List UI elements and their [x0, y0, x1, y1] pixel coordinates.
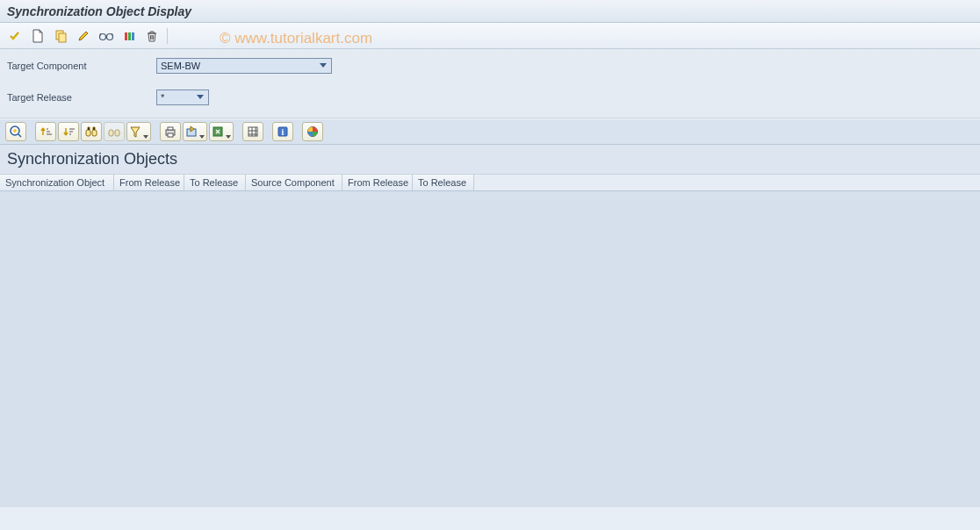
find-next-button[interactable] [104, 122, 125, 141]
grid-header: Synchronization Object From Release To R… [0, 175, 980, 191]
target-release-row: Target Release * [7, 90, 973, 105]
svg-rect-10 [92, 130, 97, 136]
app-toolbar [0, 23, 980, 49]
column-header[interactable]: To Release [184, 175, 246, 190]
document-icon [32, 29, 44, 43]
check-button[interactable] [5, 26, 25, 46]
copy-icon [54, 29, 68, 43]
svg-rect-11 [109, 130, 113, 136]
activate-icon [123, 30, 135, 42]
column-header[interactable]: Source Component [246, 175, 342, 190]
details-icon [9, 125, 23, 139]
column-header[interactable]: From Release [114, 175, 184, 190]
spreadsheet-button[interactable] [209, 122, 234, 141]
dropdown-arrow-icon [226, 135, 231, 139]
column-header[interactable]: To Release [413, 175, 474, 190]
column-header[interactable]: From Release [342, 175, 413, 190]
page-title: Synchronization Object Display [7, 4, 191, 18]
sort-desc-icon [62, 125, 75, 138]
chart-icon [306, 125, 319, 138]
check-icon [8, 29, 22, 43]
toolbar-separator [167, 28, 168, 44]
svg-rect-15 [168, 133, 173, 137]
sort-desc-button[interactable] [58, 122, 79, 141]
binoculars-plus-icon [108, 125, 120, 138]
delete-button[interactable] [142, 26, 162, 46]
title-bar: Synchronization Object Display [0, 0, 980, 23]
sort-asc-button[interactable] [35, 122, 56, 141]
filter-button[interactable] [126, 122, 151, 141]
info-button[interactable]: i [272, 122, 293, 141]
chevron-down-icon [317, 60, 329, 72]
export-icon [185, 125, 198, 138]
target-release-value: * [161, 92, 194, 103]
create-button[interactable] [28, 26, 47, 46]
print-button[interactable] [160, 122, 181, 141]
svg-point-8 [13, 129, 17, 132]
sort-asc-icon [40, 125, 52, 138]
export-button[interactable] [183, 122, 207, 141]
column-header[interactable]: Synchronization Object [0, 175, 114, 190]
info-icon: i [277, 125, 289, 138]
target-release-label: Target Release [7, 92, 156, 103]
target-component-row: Target Component SEM-BW [7, 58, 973, 74]
chart-button[interactable] [302, 122, 323, 141]
edit-button[interactable] [74, 26, 93, 46]
find-button[interactable] [81, 122, 102, 141]
print-icon [164, 125, 177, 138]
svg-rect-6 [132, 32, 134, 40]
display-button[interactable] [97, 26, 116, 46]
section-title: Synchronization Objects [0, 145, 980, 175]
trash-icon [146, 30, 158, 42]
target-component-dropdown[interactable]: SEM-BW [156, 58, 332, 74]
svg-rect-9 [86, 130, 90, 136]
svg-rect-14 [168, 127, 173, 130]
pencil-icon [77, 30, 90, 42]
selection-form: Target Component SEM-BW Target Release * [0, 49, 980, 118]
excel-icon [212, 125, 224, 138]
grid-body [0, 191, 980, 507]
glasses-icon [98, 31, 114, 41]
svg-text:i: i [282, 127, 285, 137]
svg-rect-1 [59, 33, 66, 42]
binoculars-icon [85, 125, 97, 138]
grid-icon [247, 125, 259, 138]
grid-toolbar: i [0, 118, 980, 145]
chevron-down-icon [194, 91, 206, 104]
layout-button[interactable] [242, 122, 263, 141]
activate-button[interactable] [119, 26, 139, 46]
svg-rect-12 [115, 130, 119, 136]
details-button[interactable] [5, 122, 26, 141]
target-release-dropdown[interactable]: * [156, 90, 209, 105]
svg-rect-5 [128, 32, 131, 40]
filter-icon [129, 125, 141, 138]
svg-rect-4 [125, 32, 127, 40]
target-component-value: SEM-BW [161, 61, 317, 71]
copy-button[interactable] [51, 26, 70, 46]
target-component-label: Target Component [7, 61, 156, 71]
dropdown-arrow-icon [143, 135, 148, 139]
dropdown-arrow-icon [199, 135, 205, 139]
